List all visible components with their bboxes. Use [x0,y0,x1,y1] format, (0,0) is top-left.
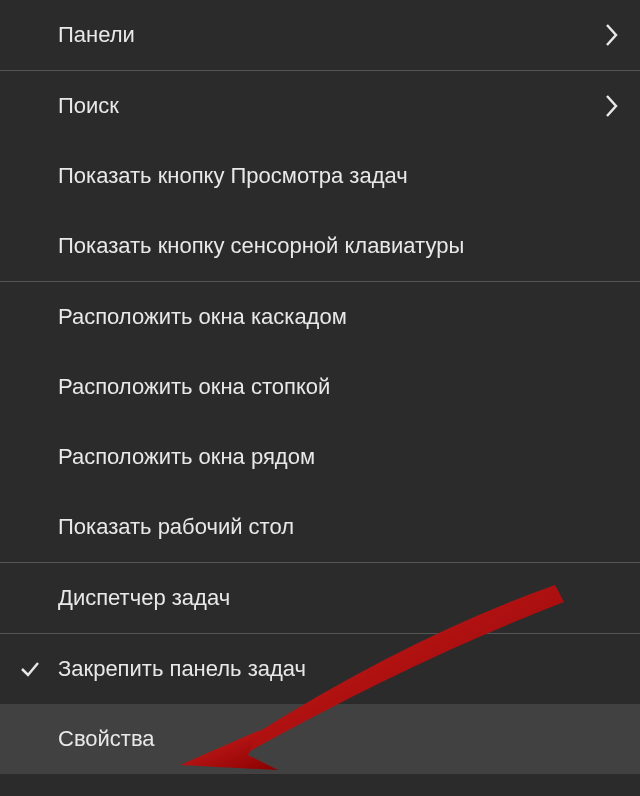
menu-item-stack-windows[interactable]: Расположить окна стопкой [0,352,640,422]
menu-item-side-by-side-windows[interactable]: Расположить окна рядом [0,422,640,492]
menu-item-show-touch-keyboard[interactable]: Показать кнопку сенсорной клавиатуры [0,211,640,281]
check-icon [18,657,42,681]
menu-item-label: Показать кнопку сенсорной клавиатуры [58,233,464,259]
menu-item-properties[interactable]: Свойства [0,704,640,774]
menu-item-panels[interactable]: Панели [0,0,640,70]
menu-item-search[interactable]: Поиск [0,71,640,141]
menu-item-label: Расположить окна рядом [58,444,315,470]
menu-item-label: Диспетчер задач [58,585,230,611]
menu-item-cascade-windows[interactable]: Расположить окна каскадом [0,282,640,352]
menu-item-show-taskview[interactable]: Показать кнопку Просмотра задач [0,141,640,211]
menu-item-label: Закрепить панель задач [58,656,306,682]
chevron-right-icon [604,21,620,49]
taskbar-context-menu: Панели Поиск Показать кнопку Просмотра з… [0,0,640,796]
menu-item-label: Свойства [58,726,155,752]
menu-item-label: Поиск [58,93,119,119]
menu-item-label: Расположить окна стопкой [58,374,330,400]
menu-item-label: Показать рабочий стол [58,514,294,540]
menu-item-label: Показать кнопку Просмотра задач [58,163,408,189]
chevron-right-icon [604,92,620,120]
menu-item-lock-taskbar[interactable]: Закрепить панель задач [0,634,640,704]
menu-item-show-desktop[interactable]: Показать рабочий стол [0,492,640,562]
menu-item-task-manager[interactable]: Диспетчер задач [0,563,640,633]
menu-item-label: Расположить окна каскадом [58,304,347,330]
menu-item-label: Панели [58,22,135,48]
